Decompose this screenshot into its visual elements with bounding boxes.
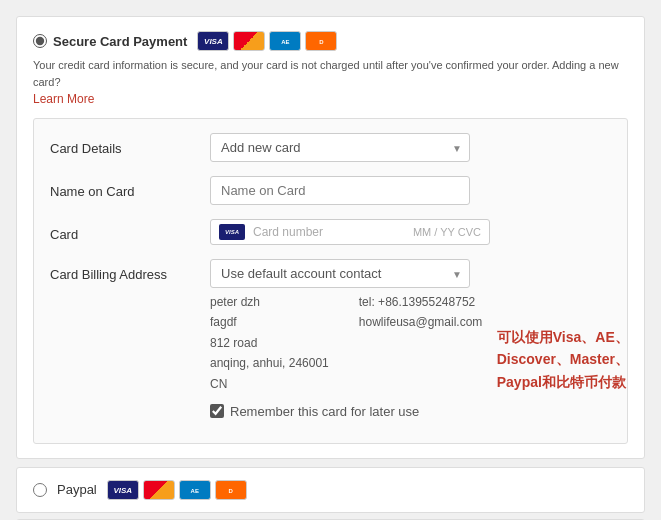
secure-info-text: Your credit card information is secure, … xyxy=(33,57,628,108)
paypal-radio[interactable] xyxy=(33,483,47,497)
paypal-amex-icon: AE xyxy=(179,480,211,500)
paypal-section: Paypal VISA AE D xyxy=(16,467,645,513)
card-icons-group: VISA AE D xyxy=(197,31,337,51)
address-line1: fagdf xyxy=(210,312,329,332)
card-details-label: Card Details xyxy=(50,133,210,156)
card-number-field[interactable]: VISA Card number MM / YY CVC xyxy=(210,219,490,245)
paypal-visa-icon: VISA xyxy=(107,480,139,500)
add-card-select[interactable]: Add new card xyxy=(210,133,470,162)
billing-address-label: Card Billing Address xyxy=(50,259,210,282)
remember-card-checkbox[interactable] xyxy=(210,404,224,418)
add-card-select-wrapper[interactable]: Add new card ▼ xyxy=(210,133,470,162)
card-number-placeholder: Card number xyxy=(253,225,405,239)
address-name: peter dzh xyxy=(210,292,329,312)
billing-select-wrapper[interactable]: Use default account contact ▼ xyxy=(210,259,470,288)
card-date-cvc: MM / YY CVC xyxy=(413,226,481,238)
paypal-card-icons: VISA AE D xyxy=(107,480,247,500)
mastercard-icon xyxy=(233,31,265,51)
contact-tel: tel: +86.13955248752 xyxy=(359,292,483,312)
name-on-card-input[interactable] xyxy=(210,176,470,205)
secure-payment-radio[interactable] xyxy=(33,34,47,48)
address-country: CN xyxy=(210,374,329,394)
card-type-icon: VISA xyxy=(219,224,245,240)
billing-select[interactable]: Use default account contact xyxy=(210,259,470,288)
remember-card-label: Remember this card for later use xyxy=(230,404,419,419)
paypal-mc-icon xyxy=(143,480,175,500)
discover-icon: D xyxy=(305,31,337,51)
chinese-note: 可以使用Visa、AE、Discover、Master、Paypal和比特币付款 xyxy=(497,326,629,393)
name-on-card-label: Name on Card xyxy=(50,176,210,199)
visa-icon: VISA xyxy=(197,31,229,51)
address-line2: 812 road xyxy=(210,333,329,353)
amex-icon: AE xyxy=(269,31,301,51)
card-label: Card xyxy=(50,219,210,242)
contact-email: howlifeusa@gmail.com xyxy=(359,312,483,332)
secure-payment-label: Secure Card Payment xyxy=(53,34,187,49)
learn-more-link[interactable]: Learn More xyxy=(33,92,94,106)
address-line3: anqing, anhui, 246001 xyxy=(210,353,329,373)
paypal-label: Paypal xyxy=(57,482,97,497)
paypal-disc-icon: D xyxy=(215,480,247,500)
